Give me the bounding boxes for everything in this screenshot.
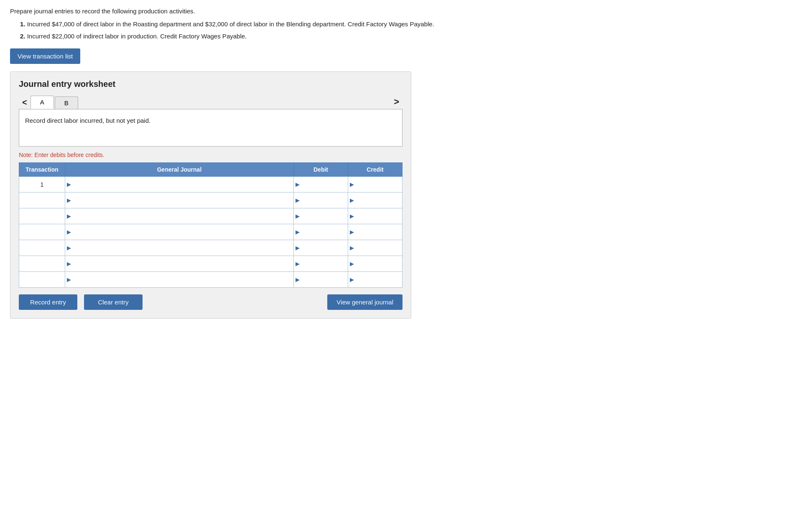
col-header-credit: Credit xyxy=(348,163,403,177)
debit-arrow-icon-3: ▶ xyxy=(294,229,301,235)
worksheet-title: Journal entry worksheet xyxy=(19,79,403,89)
tab-prev-button[interactable]: < xyxy=(19,96,31,109)
row-arrow-icon-4: ▶ xyxy=(65,245,73,251)
credit-cell-6[interactable]: ▶ xyxy=(348,272,403,288)
col-header-transaction: Transaction xyxy=(19,163,65,177)
debit-cell-4[interactable]: ▶ xyxy=(294,240,348,256)
worksheet-container: Journal entry worksheet < A B > Record d… xyxy=(10,71,411,319)
row-arrow-icon-3: ▶ xyxy=(65,229,73,235)
credit-arrow-icon-6: ▶ xyxy=(348,276,356,283)
general-journal-cell-2[interactable]: ▶ xyxy=(65,208,294,224)
general-journal-cell-6[interactable]: ▶ xyxy=(65,272,294,288)
problem-1-number: 1. xyxy=(20,20,25,28)
debit-input-5[interactable] xyxy=(301,256,348,271)
credit-cell-3[interactable]: ▶ xyxy=(348,224,403,240)
tab-content-area: Record direct labor incurred, but not ye… xyxy=(19,109,403,147)
general-journal-cell-1[interactable]: ▶ xyxy=(65,193,294,208)
debit-input-1[interactable] xyxy=(301,193,348,208)
note-text: Note: Enter debits before credits. xyxy=(19,152,403,158)
record-entry-button[interactable]: Record entry xyxy=(19,294,77,310)
general-journal-input-1[interactable] xyxy=(73,193,293,208)
debit-arrow-icon-6: ▶ xyxy=(294,276,301,283)
tabs-navigation: < A B > xyxy=(19,95,403,109)
problem-item-1: 1. Incurred $47,000 of direct labor in t… xyxy=(20,20,790,29)
credit-cell-1[interactable]: ▶ xyxy=(348,193,403,208)
debit-cell-3[interactable]: ▶ xyxy=(294,224,348,240)
debit-cell-1[interactable]: ▶ xyxy=(294,193,348,208)
general-journal-cell-5[interactable]: ▶ xyxy=(65,256,294,272)
general-journal-input-2[interactable] xyxy=(73,208,293,224)
credit-input-0[interactable] xyxy=(356,177,402,192)
tab-next-button[interactable]: > xyxy=(390,95,403,109)
debit-arrow-icon-4: ▶ xyxy=(294,245,301,251)
table-row: 1▶▶▶ xyxy=(19,177,403,193)
credit-input-1[interactable] xyxy=(356,193,402,208)
debit-arrow-icon-0: ▶ xyxy=(294,181,301,187)
transaction-cell-1 xyxy=(19,193,65,208)
tab-description: Record direct labor incurred, but not ye… xyxy=(25,116,396,126)
debit-input-3[interactable] xyxy=(301,224,348,240)
debit-cell-2[interactable]: ▶ xyxy=(294,208,348,224)
view-transaction-button[interactable]: View transaction list xyxy=(10,48,80,64)
intro-heading: Prepare journal entries to record the fo… xyxy=(10,8,790,15)
general-journal-input-4[interactable] xyxy=(73,240,293,256)
debit-input-6[interactable] xyxy=(301,272,348,287)
general-journal-input-6[interactable] xyxy=(73,272,293,287)
credit-cell-5[interactable]: ▶ xyxy=(348,256,403,272)
debit-cell-0[interactable]: ▶ xyxy=(294,177,348,193)
row-arrow-icon-0: ▶ xyxy=(65,181,73,187)
credit-arrow-icon-2: ▶ xyxy=(348,213,356,219)
credit-arrow-icon-0: ▶ xyxy=(348,181,356,187)
table-row: ▶▶▶ xyxy=(19,224,403,240)
credit-cell-0[interactable]: ▶ xyxy=(348,177,403,193)
credit-arrow-icon-3: ▶ xyxy=(348,229,356,235)
debit-arrow-icon-5: ▶ xyxy=(294,261,301,267)
row-arrow-icon-2: ▶ xyxy=(65,213,73,219)
tab-a-button[interactable]: A xyxy=(31,96,54,109)
debit-input-2[interactable] xyxy=(301,208,348,224)
transaction-cell-3 xyxy=(19,224,65,240)
credit-arrow-icon-5: ▶ xyxy=(348,261,356,267)
credit-cell-2[interactable]: ▶ xyxy=(348,208,403,224)
table-row: ▶▶▶ xyxy=(19,193,403,208)
view-general-journal-button[interactable]: View general journal xyxy=(327,294,403,310)
debit-cell-5[interactable]: ▶ xyxy=(294,256,348,272)
col-header-general-journal: General Journal xyxy=(65,163,294,177)
col-header-debit: Debit xyxy=(294,163,348,177)
debit-cell-6[interactable]: ▶ xyxy=(294,272,348,288)
table-row: ▶▶▶ xyxy=(19,256,403,272)
table-row: ▶▶▶ xyxy=(19,208,403,224)
journal-table: Transaction General Journal Debit Credit… xyxy=(19,162,403,288)
transaction-cell-4 xyxy=(19,240,65,256)
problem-list: 1. Incurred $47,000 of direct labor in t… xyxy=(20,20,790,41)
action-buttons-row: Record entry Clear entry View general jo… xyxy=(19,294,403,310)
debit-arrow-icon-1: ▶ xyxy=(294,197,301,203)
debit-input-0[interactable] xyxy=(301,177,348,192)
credit-input-5[interactable] xyxy=(356,256,402,271)
debit-input-4[interactable] xyxy=(301,240,348,256)
row-arrow-icon-1: ▶ xyxy=(65,197,73,203)
credit-input-2[interactable] xyxy=(356,208,402,224)
table-row: ▶▶▶ xyxy=(19,272,403,288)
clear-entry-button[interactable]: Clear entry xyxy=(84,294,143,310)
credit-arrow-icon-1: ▶ xyxy=(348,197,356,203)
general-journal-cell-0[interactable]: ▶ xyxy=(65,177,294,193)
credit-cell-4[interactable]: ▶ xyxy=(348,240,403,256)
general-journal-input-0[interactable] xyxy=(73,177,293,192)
general-journal-input-5[interactable] xyxy=(73,256,293,271)
general-journal-cell-4[interactable]: ▶ xyxy=(65,240,294,256)
row-arrow-icon-5: ▶ xyxy=(65,261,73,267)
credit-input-4[interactable] xyxy=(356,240,402,256)
transaction-cell-2 xyxy=(19,208,65,224)
tab-b-button[interactable]: B xyxy=(55,96,78,109)
credit-input-3[interactable] xyxy=(356,224,402,240)
general-journal-cell-3[interactable]: ▶ xyxy=(65,224,294,240)
problem-2-number: 2. xyxy=(20,33,25,40)
problem-2-text: Incurred $22,000 of indirect labor in pr… xyxy=(27,33,247,40)
general-journal-input-3[interactable] xyxy=(73,224,293,240)
row-arrow-icon-6: ▶ xyxy=(65,276,73,283)
table-row: ▶▶▶ xyxy=(19,240,403,256)
transaction-cell-5 xyxy=(19,256,65,272)
credit-arrow-icon-4: ▶ xyxy=(348,245,356,251)
credit-input-6[interactable] xyxy=(356,272,402,287)
